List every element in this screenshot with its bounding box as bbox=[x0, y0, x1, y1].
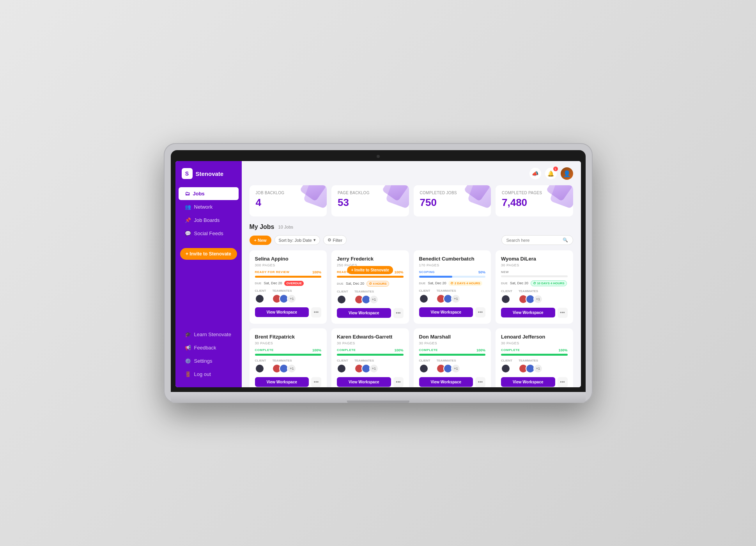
job-name: Selina Appino bbox=[255, 256, 322, 262]
filter-button[interactable]: ⚙ Filter bbox=[323, 235, 347, 245]
sidebar-item-label: Job Boards bbox=[194, 217, 220, 223]
teammates-label: TEAMMATES bbox=[436, 359, 460, 362]
card-footer: View Workspace ••• bbox=[419, 307, 486, 317]
view-workspace-button[interactable]: View Workspace bbox=[419, 307, 473, 317]
more-options-button[interactable]: ••• bbox=[475, 307, 485, 317]
people-row: CLIENT TEAMMATES +1 bbox=[501, 289, 568, 304]
client-avatar bbox=[255, 294, 264, 303]
teammates-group: TEAMMATES +1 bbox=[272, 289, 296, 303]
sidebar-bottom-feedback[interactable]: 📢 Feedback bbox=[179, 341, 239, 354]
people-row: CLIENT TEAMMATES +1 bbox=[501, 359, 568, 373]
job-name: Benedict Cumberbatch bbox=[419, 256, 486, 262]
view-workspace-button[interactable]: View Workspace bbox=[255, 307, 309, 317]
new-job-button[interactable]: + New bbox=[250, 236, 271, 245]
teammates-group: TEAMMATES +1 bbox=[436, 359, 460, 373]
status-percent: 100% bbox=[394, 270, 403, 274]
due-label: DUE bbox=[255, 282, 262, 285]
teammates-label: TEAMMATES bbox=[436, 289, 460, 292]
main-content: 📣 🔔 1 👤 Job Backlog 4 Page Backlog 53 Co… bbox=[242, 161, 581, 387]
client-avatars bbox=[419, 364, 430, 373]
bell-icon-button[interactable]: 🔔 1 bbox=[545, 168, 557, 179]
view-workspace-button[interactable]: View Workspace bbox=[255, 377, 309, 387]
teammate-avatars: +1 bbox=[272, 294, 296, 303]
feedback-icon: 📢 bbox=[185, 345, 191, 351]
job-pages: 30 PAGES bbox=[501, 263, 568, 267]
sidebar-item-job-boards[interactable]: 📌 Job Boards bbox=[179, 214, 239, 227]
sidebar-item-network[interactable]: 👥 Network bbox=[179, 200, 239, 213]
card-footer: View Workspace ••• bbox=[255, 377, 322, 387]
due-label: DUE bbox=[419, 282, 426, 285]
client-avatar bbox=[501, 364, 510, 373]
sidebar-bottom-settings[interactable]: ⚙️ Settings bbox=[179, 355, 239, 367]
search-icon: 🔍 bbox=[563, 238, 568, 243]
teammates-label: TEAMMATES bbox=[354, 359, 379, 362]
user-avatar-button[interactable]: 👤 bbox=[561, 167, 573, 180]
status-percent: 50% bbox=[478, 270, 485, 274]
app-container: S Stenovate 🗂 Jobs👥 Network📌 Job Boards💬… bbox=[175, 161, 581, 387]
more-options-button[interactable]: ••• bbox=[558, 308, 568, 318]
status-label: READY FOR REVIEW bbox=[255, 270, 290, 274]
more-options-button[interactable]: ••• bbox=[558, 377, 568, 387]
screen: S Stenovate 🗂 Jobs👥 Network📌 Job Boards💬… bbox=[175, 161, 581, 387]
due-row: DUE Sat, Dec 20 ⏱ 10 DAYS 4 HOURS bbox=[501, 280, 568, 286]
client-label: CLIENT bbox=[501, 359, 512, 362]
invite-stenovate-button[interactable]: + Invite to Stenovate bbox=[180, 248, 237, 260]
sidebar-bottom-learn[interactable]: 🎓 Learn Stenovate bbox=[179, 328, 239, 341]
progress-bar bbox=[255, 276, 322, 278]
client-avatars bbox=[501, 294, 512, 304]
more-options-button[interactable]: ••• bbox=[393, 377, 404, 387]
progress-bar bbox=[337, 354, 404, 356]
stat-card-job-backlog: Job Backlog 4 bbox=[250, 185, 327, 216]
client-label: CLIENT bbox=[255, 289, 266, 292]
people-row: CLIENT TEAMMATES +1 bbox=[255, 359, 322, 373]
more-teammates: +1 bbox=[451, 294, 460, 303]
view-workspace-button[interactable]: View Workspace bbox=[419, 377, 473, 387]
card-footer: View Workspace ••• bbox=[501, 308, 568, 318]
progress-bar bbox=[419, 276, 486, 278]
due-label: DUE bbox=[337, 282, 343, 285]
due-row: DUE Sat, Dec 20 ⏱ 4 HOURS bbox=[337, 281, 404, 287]
due-label: DUE bbox=[501, 282, 508, 285]
more-options-button[interactable]: ••• bbox=[393, 308, 404, 318]
nav-items: 🗂 Jobs👥 Network📌 Job Boards💬 Social Feed… bbox=[175, 187, 242, 240]
more-teammates: +1 bbox=[369, 364, 379, 373]
people-row: CLIENT TEAMMATES +1 bbox=[255, 289, 322, 303]
invite-overlay-button[interactable]: + Invite to Stenovate bbox=[347, 266, 393, 274]
teammate-avatars: +1 bbox=[436, 294, 460, 303]
sidebar-item-label: Social Feeds bbox=[194, 230, 223, 236]
more-options-button[interactable]: ••• bbox=[311, 377, 321, 387]
job-name: Wyoma DiLera bbox=[501, 256, 568, 262]
view-workspace-button[interactable]: View Workspace bbox=[337, 308, 391, 318]
view-workspace-button[interactable]: View Workspace bbox=[337, 377, 391, 387]
sidebar-item-label: Jobs bbox=[193, 191, 205, 197]
more-teammates: +1 bbox=[533, 294, 543, 304]
sort-select[interactable]: Sort by: Job Date ▾ bbox=[274, 235, 320, 245]
more-options-button[interactable]: ••• bbox=[311, 307, 321, 317]
view-workspace-button[interactable]: View Workspace bbox=[501, 308, 555, 317]
job-name: Don Marshall bbox=[419, 334, 486, 340]
job-card-job-8: Lenoard Jefferson 30 PAGES COMPLETE 100%… bbox=[496, 328, 573, 387]
jobs-toolbar: + New Sort by: Job Date ▾ ⚙ Filter 🔍 bbox=[250, 235, 573, 245]
sidebar-logo: S Stenovate bbox=[175, 161, 242, 187]
sidebar-bottom-nav: 🎓 Learn Stenovate📢 Feedback⚙️ Settings🚪 … bbox=[175, 328, 242, 381]
megaphone-icon-button[interactable]: 📣 bbox=[529, 168, 541, 179]
status-percent: 100% bbox=[312, 270, 321, 274]
sidebar-bottom-logout[interactable]: 🚪 Log out bbox=[179, 368, 239, 381]
status-row: NEW bbox=[501, 270, 568, 274]
search-box[interactable]: 🔍 bbox=[501, 235, 573, 245]
sidebar-item-jobs[interactable]: 🗂 Jobs bbox=[179, 187, 239, 200]
job-pages: 30 PAGES bbox=[419, 341, 486, 345]
stat-card-completed-pages: Completed Pages 7,480 bbox=[496, 185, 573, 216]
search-input[interactable] bbox=[506, 238, 560, 243]
logout-icon: 🚪 bbox=[185, 371, 191, 377]
view-workspace-button[interactable]: View Workspace bbox=[501, 377, 555, 387]
more-options-button[interactable]: ••• bbox=[475, 377, 485, 387]
sidebar-item-label: Network bbox=[194, 204, 213, 210]
app-name: Stenovate bbox=[196, 170, 224, 177]
sidebar-item-social-feeds[interactable]: 💬 Social Feeds bbox=[179, 227, 239, 240]
job-pages: 300 PAGES bbox=[255, 263, 322, 267]
card-footer: View Workspace ••• bbox=[337, 377, 404, 387]
network-icon: 👥 bbox=[185, 204, 191, 210]
due-date: Sat, Dec 20 bbox=[510, 281, 528, 285]
client-avatar bbox=[337, 295, 346, 304]
